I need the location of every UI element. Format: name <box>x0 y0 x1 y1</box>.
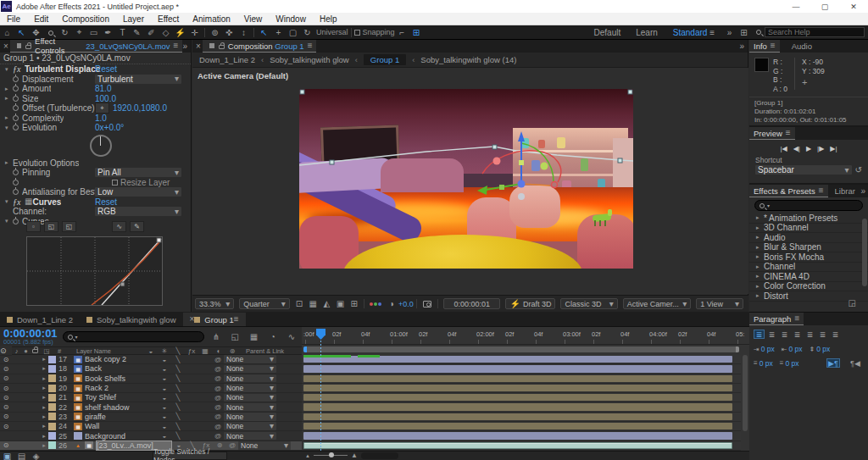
ltr-direction-button[interactable]: ▶¶ <box>826 358 840 368</box>
close-panel-icon[interactable]: × <box>196 42 201 51</box>
layer-row-22[interactable]: ⊙▸22▦shelf shadow◒╲@None▾ <box>0 402 302 412</box>
pan-cam-icon[interactable]: ✜ <box>222 28 236 37</box>
resolution-dropdown[interactable]: Quarter▾ <box>239 298 290 309</box>
twirl-icon[interactable]: ▸ <box>40 356 48 363</box>
menu-help[interactable]: Help <box>313 14 344 24</box>
layer-duration-bar[interactable] <box>303 375 732 382</box>
twirl-icon[interactable]: ▾ <box>5 66 13 73</box>
eye-toggle[interactable]: ⊙ <box>0 356 12 363</box>
align-left-button[interactable]: ≣ <box>754 330 765 339</box>
effects-search-input[interactable]: ▾ <box>754 200 863 211</box>
parent-link-dropdown[interactable]: None▾ <box>224 394 276 402</box>
workspace-default[interactable]: Default <box>594 28 621 37</box>
menu-effect[interactable]: Effect <box>151 14 186 24</box>
layer-duration-bar[interactable] <box>303 403 732 410</box>
curves-smooth-button[interactable]: ∿ <box>112 221 126 232</box>
shy-switch[interactable]: ◒ <box>158 403 171 411</box>
align-center-button[interactable]: ≣ <box>766 330 777 339</box>
gizmo-rotate-icon[interactable]: ↻ <box>300 28 314 37</box>
twirl-icon[interactable]: ▸ <box>756 283 764 290</box>
quality-switch[interactable]: ╲ <box>171 403 185 411</box>
justify-last-right-button[interactable]: ≣ <box>817 330 828 339</box>
transparency-grid-icon[interactable]: ▦ <box>306 299 320 308</box>
curves-pencil-button[interactable]: ✎ <box>130 221 144 232</box>
stopwatch-icon[interactable] <box>13 86 19 91</box>
pickwhip-icon[interactable]: @ <box>212 385 224 392</box>
time-navigator-pill[interactable] <box>361 452 398 459</box>
stopwatch-icon[interactable] <box>13 180 19 186</box>
brush-tool-tool-icon[interactable]: ✎ <box>130 28 144 37</box>
crosshair-button[interactable]: ⌖ <box>95 103 109 114</box>
parent-link-dropdown[interactable]: None▾ <box>224 403 276 412</box>
breadcrumb-item[interactable]: Group 1 <box>364 54 406 65</box>
composition-viewer[interactable]: Active Camera (Default) <box>192 68 748 294</box>
roto-brush-tool-icon[interactable]: ⚡ <box>173 28 187 37</box>
label-color-chip[interactable] <box>48 413 56 420</box>
timeline-search-input[interactable]: ▾ <box>63 331 204 342</box>
menu-file[interactable]: File <box>0 14 27 24</box>
stopwatch-icon[interactable] <box>13 125 19 130</box>
twirl-icon[interactable]: ▸ <box>40 413 48 420</box>
effects-category-item[interactable]: ▸Channel <box>749 263 868 273</box>
stopwatch-icon[interactable] <box>13 169 19 175</box>
dolly-cam-icon[interactable]: ↕ <box>236 28 251 37</box>
graph-editor-icon[interactable]: ∿ <box>285 332 298 341</box>
help-search-input[interactable] <box>765 27 865 37</box>
pickwhip-icon[interactable]: @ <box>212 423 224 430</box>
parent-link-dropdown[interactable]: None▾ <box>224 355 276 363</box>
tab-effects-presets[interactable]: Effects & Presets≡ <box>749 185 828 197</box>
parent-link-dropdown[interactable]: None▾ <box>224 422 276 430</box>
align-right-button[interactable]: ≣ <box>779 330 790 339</box>
breadcrumb-item[interactable]: Soby_talkingwith glow (14) <box>420 55 516 64</box>
panel-menu-icon[interactable]: ≡ <box>819 186 824 195</box>
close-button[interactable]: ✕ <box>839 3 868 11</box>
rotation-tool-icon[interactable]: ↻ <box>58 28 72 37</box>
shy-switch[interactable]: ◒ <box>158 423 171 430</box>
twirl-icon[interactable]: ▸ <box>40 442 48 449</box>
quality-switch[interactable]: ╲ <box>171 432 185 440</box>
shy-switch[interactable]: ◒ <box>158 413 171 420</box>
layer-row-21[interactable]: ⊙▸21▦Toy Shlef◒╲@None▾ <box>0 393 302 402</box>
effects-category-item[interactable]: ▸* Animation Presets <box>749 213 868 224</box>
current-time-field[interactable]: 0:00:00:01 <box>443 298 500 309</box>
layer-row-24[interactable]: ⊙▸24▦Wall◒╲@None▾ <box>0 422 302 431</box>
tab-composition[interactable]: Composition Group 1 ≡ <box>203 40 317 53</box>
layer-name[interactable]: Background <box>85 432 158 441</box>
panel-overflow-icon[interactable]: » <box>860 187 865 196</box>
orbit-cam-icon[interactable]: ⊚ <box>208 28 222 37</box>
menu-view[interactable]: View <box>237 14 270 24</box>
property-dropdown[interactable]: Low▾ <box>95 187 181 197</box>
expand-in-out-icon[interactable]: ▣ <box>0 452 14 460</box>
effects-category-item[interactable]: ▸Blur & Sharpen <box>749 243 868 253</box>
twirl-icon[interactable]: ▸ <box>40 394 48 401</box>
gizmo-select-icon[interactable]: ↖ <box>257 28 271 37</box>
timeline-tab-group-1[interactable]: × Group 1 ≡ <box>183 313 246 326</box>
twirl-icon[interactable]: ▾ <box>5 198 13 205</box>
parent-link-column-label[interactable]: Parent & Link <box>239 347 284 355</box>
puppet-pin-tool-icon[interactable]: ✛ <box>187 28 202 37</box>
panel-menu-icon[interactable]: ≡ <box>794 314 799 323</box>
frame-blend-icon[interactable]: ▦ <box>247 332 260 341</box>
tab-libraries[interactable]: Librar <box>835 186 855 196</box>
stopwatch-icon[interactable] <box>13 105 19 111</box>
panel-overflow-icon[interactable]: » <box>182 42 187 51</box>
property-dropdown[interactable]: Pin All▾ <box>95 168 181 177</box>
parent-link-dropdown[interactable]: None▾ <box>224 432 276 441</box>
twirl-icon[interactable]: ▸ <box>5 114 13 121</box>
label-color-chip[interactable] <box>48 385 56 392</box>
rect-tool-tool-icon[interactable]: ▭ <box>86 28 101 37</box>
label-color-chip[interactable] <box>48 374 56 382</box>
shy-switch[interactable]: ◒ <box>158 432 171 440</box>
mask-visibility-icon[interactable]: ◭ <box>320 299 333 308</box>
twirl-icon[interactable]: ▸ <box>40 404 48 411</box>
clone-stamp-tool-icon[interactable]: ✐ <box>144 28 159 37</box>
exposure-value[interactable]: +0.0 <box>398 300 414 308</box>
work-area-end-handle[interactable] <box>736 346 739 352</box>
twirl-icon[interactable]: ▸ <box>40 433 48 440</box>
space-after-field[interactable]: ≡0 px <box>780 359 799 368</box>
twirl-icon[interactable]: ▸ <box>756 234 764 241</box>
first-line-indent-field[interactable]: ⇞0 px <box>810 345 831 353</box>
panel-menu-icon[interactable]: ≡ <box>786 129 791 137</box>
quality-switch[interactable]: ╲ <box>171 385 185 392</box>
parent-link-dropdown[interactable]: None▾ <box>224 374 276 383</box>
